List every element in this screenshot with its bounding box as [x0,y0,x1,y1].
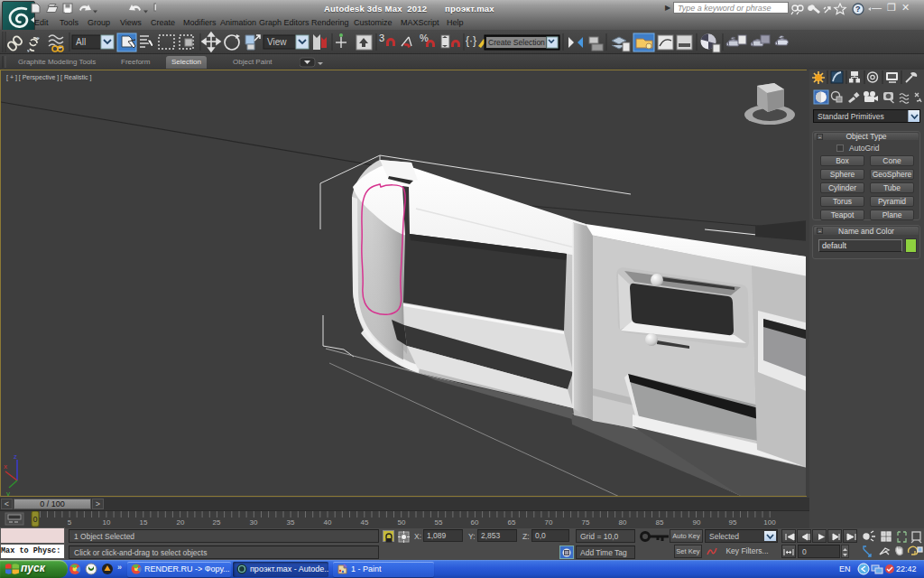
svg-text:75: 75 [582,518,590,527]
svg-text:»: » [117,563,122,572]
svg-text:3: 3 [379,33,384,43]
svg-text:{·}: {·} [466,34,476,47]
svg-text:35: 35 [287,518,295,527]
svg-text:50: 50 [398,518,406,527]
svg-text:x: x [4,462,7,471]
svg-text:10: 10 [103,518,111,527]
svg-text:Create Selection Se: Create Selection Se [488,38,557,47]
svg-text:5: 5 [68,518,72,527]
svg-text:70: 70 [545,518,553,527]
svg-text:y: y [6,489,10,496]
svg-text:?: ? [855,5,861,14]
svg-text:85: 85 [656,518,664,527]
svg-text:90: 90 [693,518,701,527]
svg-text:45: 45 [361,518,369,527]
svg-text:z: z [14,452,17,461]
svg-text:15: 15 [140,518,148,527]
svg-text:View: View [267,37,287,47]
svg-text:60: 60 [471,518,479,527]
svg-text:20: 20 [177,518,185,527]
svg-text:All: All [76,37,86,47]
svg-text:25: 25 [213,518,221,527]
svg-text:80: 80 [619,518,627,527]
svg-text:65: 65 [508,518,516,527]
svg-text:100: 100 [763,518,776,527]
svg-text:55: 55 [435,518,443,527]
svg-text:30: 30 [250,518,258,527]
svg-text:95: 95 [729,518,737,527]
svg-text:40: 40 [324,518,332,527]
svg-text:0: 0 [32,515,37,524]
